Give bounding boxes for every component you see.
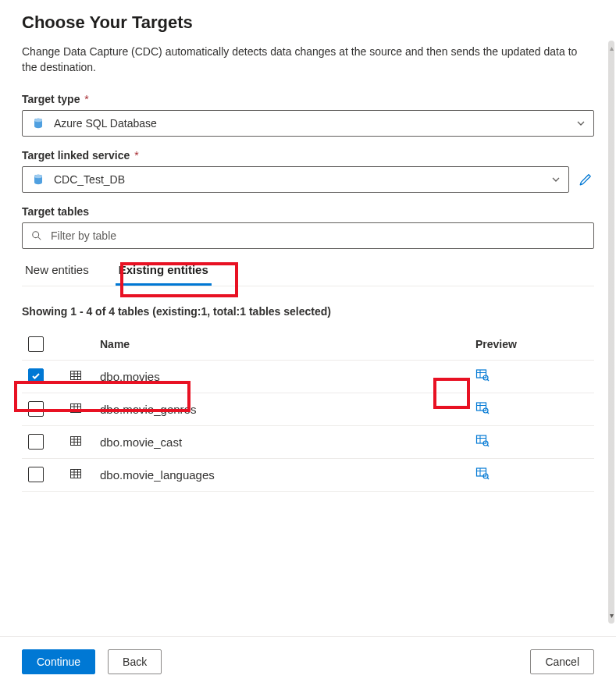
target-type-value: Azure SQL Database <box>54 117 576 130</box>
chevron-down-icon <box>551 175 561 184</box>
sql-database-icon <box>30 172 46 187</box>
main-scroll-area: Choose Your Targets Change Data Capture … <box>0 0 616 628</box>
preview-button[interactable] <box>475 401 490 415</box>
cancel-button[interactable]: Cancel <box>530 649 594 674</box>
footer-bar: Continue Back Cancel <box>0 636 616 686</box>
select-all-checkbox[interactable] <box>28 336 44 352</box>
entity-tabs: New entities Existing entities <box>22 255 594 286</box>
page-description: Change Data Capture (CDC) automatically … <box>22 44 594 76</box>
tab-new-entities[interactable]: New entities <box>22 255 92 286</box>
svg-rect-16 <box>71 403 81 412</box>
target-type-label-text: Target type <box>22 93 80 105</box>
target-type-label: Target type * <box>22 93 594 105</box>
target-type-field: Target type * Azure SQL Database <box>22 93 594 137</box>
scrollbar[interactable] <box>608 41 614 624</box>
tab-new-entities-label: New entities <box>25 263 89 276</box>
svg-point-3 <box>34 174 42 177</box>
linked-service-field: Target linked service * CDC_Test_DB <box>22 149 594 193</box>
table-icon <box>69 435 84 449</box>
tab-existing-entities[interactable]: Existing entities <box>116 255 212 286</box>
preview-button[interactable] <box>475 467 490 481</box>
target-type-select[interactable]: Azure SQL Database <box>22 110 594 137</box>
row-checkbox[interactable] <box>28 401 44 417</box>
target-tables-field: Target tables <box>22 205 594 249</box>
column-header-preview[interactable]: Preview <box>469 329 594 361</box>
chevron-down-icon <box>576 119 586 128</box>
table-row: dbo.movie_cast <box>22 425 594 458</box>
edit-linked-service-button[interactable] <box>577 171 594 188</box>
table-row: dbo.movie_languages <box>22 458 594 491</box>
table-row: dbo.movies <box>22 360 594 393</box>
svg-rect-41 <box>477 468 486 476</box>
search-icon <box>30 229 43 242</box>
table-icon <box>69 467 84 482</box>
column-header-name[interactable]: Name <box>94 329 469 361</box>
linked-service-label: Target linked service * <box>22 149 594 162</box>
page-title: Choose Your Targets <box>22 12 594 33</box>
tab-existing-entities-label: Existing entities <box>119 263 208 276</box>
svg-line-25 <box>487 412 489 414</box>
preview-button[interactable] <box>475 434 490 448</box>
table-name: dbo.movies <box>100 370 160 383</box>
svg-line-35 <box>487 445 489 446</box>
svg-rect-36 <box>71 469 81 478</box>
svg-point-1 <box>34 118 42 121</box>
sql-database-icon <box>30 116 46 131</box>
table-name: dbo.movie_languages <box>100 468 215 482</box>
tables-list: Name Preview dbo.moviesdbo.movie_genresd… <box>22 329 594 492</box>
required-asterisk: * <box>84 93 88 105</box>
table-icon <box>69 402 84 416</box>
table-name: dbo.movie_genres <box>100 403 196 416</box>
svg-point-4 <box>33 231 39 237</box>
scroll-down-arrow[interactable]: ▾ <box>607 611 615 619</box>
row-checkbox[interactable] <box>28 467 44 482</box>
svg-line-15 <box>487 379 489 381</box>
linked-service-select[interactable]: CDC_Test_DB <box>22 166 569 193</box>
svg-rect-21 <box>477 403 486 411</box>
continue-button[interactable]: Continue <box>22 649 95 674</box>
svg-rect-26 <box>71 436 81 445</box>
preview-button[interactable] <box>475 368 490 382</box>
showing-summary: Showing 1 - 4 of 4 tables (existing:1, t… <box>22 305 594 318</box>
linked-service-label-text: Target linked service <box>22 149 130 162</box>
table-row: dbo.movie_genres <box>22 393 594 425</box>
linked-service-value: CDC_Test_DB <box>54 173 551 186</box>
row-checkbox[interactable] <box>28 434 44 450</box>
svg-line-45 <box>487 478 489 479</box>
target-tables-label: Target tables <box>22 205 594 218</box>
svg-rect-31 <box>477 435 486 443</box>
table-filter-box[interactable] <box>22 222 594 249</box>
table-filter-input[interactable] <box>49 229 586 243</box>
back-button[interactable]: Back <box>108 649 162 674</box>
svg-rect-6 <box>71 371 81 379</box>
svg-rect-11 <box>477 370 486 378</box>
table-name: dbo.movie_cast <box>100 435 182 449</box>
table-icon <box>69 369 84 383</box>
svg-line-5 <box>38 236 41 240</box>
row-checkbox[interactable] <box>28 368 44 384</box>
required-asterisk: * <box>134 149 138 162</box>
